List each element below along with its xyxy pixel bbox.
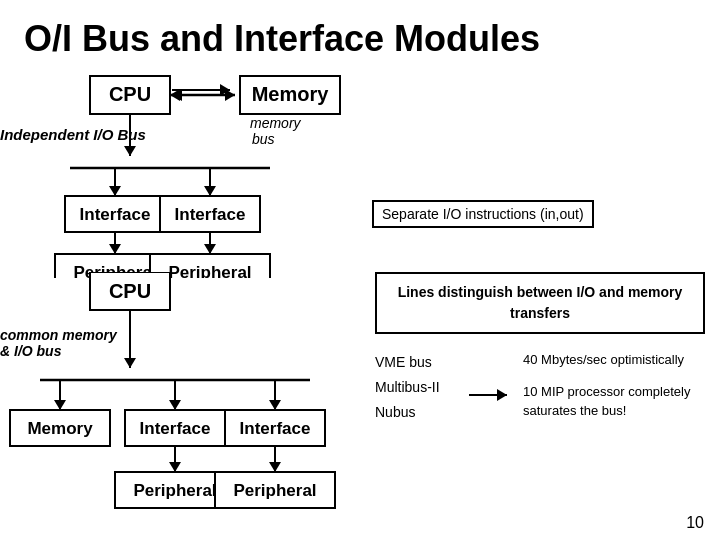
svg-text:Independent I/O Bus: Independent I/O Bus [0,126,146,143]
svg-text:Memory: Memory [252,83,330,105]
svg-marker-15 [124,146,136,156]
svg-text:Interface: Interface [140,419,211,438]
svg-text:Peripheral: Peripheral [133,481,216,500]
svg-text:CPU: CPU [109,280,151,302]
svg-marker-28 [204,244,216,254]
lines-info-box: Lines distinguish between I/O and memory… [375,272,705,334]
svg-text:& I/O bus: & I/O bus [0,343,62,359]
svg-marker-18 [109,186,121,196]
svg-marker-38 [124,358,136,368]
svg-text:common memory: common memory [0,327,118,343]
svg-marker-45 [269,400,281,410]
svg-text:memory: memory [250,115,302,131]
svg-text:bus: bus [252,131,275,147]
page-title: O/I Bus and Interface Modules [0,0,720,68]
svg-text:Interface: Interface [240,419,311,438]
separate-io-label: Separate I/O instructions (in,out) [372,200,594,228]
svg-marker-26 [109,244,121,254]
svg-marker-41 [54,400,66,410]
right-text-2: 10 MIP processor completely saturates th… [523,382,705,421]
svg-marker-43 [169,400,181,410]
svg-marker-20 [204,186,216,196]
right-info: Lines distinguish between I/O and memory… [375,272,705,430]
bottom-diagram-svg: CPU common memory & I/O bus Memory Inter… [0,272,380,532]
svg-marker-61 [497,389,507,401]
top-diagram-svg: CPU Memory memory bus Independent I/O Bu… [0,68,560,278]
svg-marker-53 [169,462,181,472]
svg-text:Interface: Interface [175,205,246,224]
svg-text:CPU: CPU [109,83,151,105]
svg-text:Interface: Interface [80,205,151,224]
svg-marker-55 [269,462,281,472]
svg-text:Peripheral: Peripheral [233,481,316,500]
right-text-1: 40 Mbytes/sec optimistically [523,350,705,370]
page-number: 10 [686,514,704,532]
svg-text:Memory: Memory [27,419,93,438]
arrow-icon [469,360,519,430]
vme-list: VME bus Multibus-II Nubus [375,350,465,426]
